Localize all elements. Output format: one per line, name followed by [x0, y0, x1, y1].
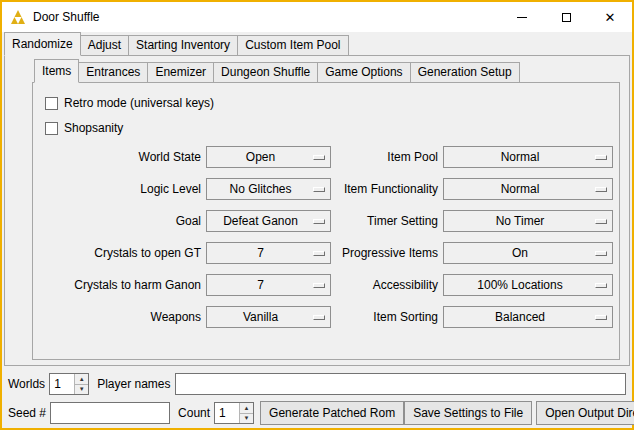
window-content: Randomize Adjust Starting Inventory Cust…	[2, 32, 632, 428]
worlds-spin-down-button[interactable]: ▼	[75, 384, 88, 395]
inner-tab-bar: Items Entrances Enemizer Dungeon Shuffle…	[32, 59, 629, 82]
worlds-spin-arrows: ▲ ▼	[74, 374, 88, 394]
worlds-row: Worlds ▲ ▼ Player names	[5, 371, 629, 397]
progressive-items-value: On	[512, 246, 528, 260]
dropdown-indicator-icon	[313, 315, 325, 320]
app-icon	[10, 9, 26, 25]
dropdown-indicator-icon	[595, 283, 607, 288]
world-state-value: Open	[246, 150, 275, 164]
worlds-spin-up-button[interactable]: ▲	[75, 374, 88, 384]
open-output-directory-button[interactable]: Open Output Directory	[536, 401, 634, 425]
tab-starting-inventory[interactable]: Starting Inventory	[128, 35, 238, 55]
progressive-items-label: Progressive Items	[336, 242, 438, 264]
item-sorting-value: Balanced	[495, 310, 545, 324]
item-functionality-value: Normal	[501, 182, 540, 196]
crystals-open-gt-label: Crystals to open GT	[43, 242, 201, 264]
item-sorting-label: Item Sorting	[336, 306, 438, 328]
maximize-icon	[562, 13, 571, 22]
generate-patched-rom-button[interactable]: Generate Patched Rom	[260, 401, 404, 425]
minimize-icon	[517, 17, 527, 18]
count-spinbox[interactable]: ▲ ▼	[214, 402, 254, 424]
worlds-label: Worlds	[8, 377, 45, 391]
count-spin-arrows: ▲ ▼	[239, 403, 253, 423]
accessibility-value: 100% Locations	[477, 278, 562, 292]
tab-game-options[interactable]: Game Options	[317, 62, 410, 82]
dropdown-indicator-icon	[595, 187, 607, 192]
item-pool-label: Item Pool	[336, 146, 438, 168]
shopsanity-checkbox-row[interactable]: Shopsanity	[45, 118, 619, 138]
item-sorting-dropdown[interactable]: Balanced	[443, 306, 613, 328]
close-button[interactable]: ✕	[588, 2, 632, 32]
dropdown-indicator-icon	[313, 219, 325, 224]
dropdown-indicator-icon	[313, 251, 325, 256]
world-state-dropdown[interactable]: Open	[206, 146, 331, 168]
shopsanity-checkbox[interactable]	[45, 122, 58, 135]
goal-dropdown[interactable]: Defeat Ganon	[206, 210, 331, 232]
shopsanity-label: Shopsanity	[64, 121, 123, 135]
tab-enemizer[interactable]: Enemizer	[147, 62, 214, 82]
spin-up-icon: ▲	[244, 405, 250, 411]
worlds-spinbox[interactable]: ▲ ▼	[49, 373, 89, 395]
tab-entrances[interactable]: Entrances	[78, 62, 148, 82]
count-spin-down-button[interactable]: ▼	[240, 413, 253, 424]
player-names-label: Player names	[97, 377, 170, 391]
progressive-items-dropdown[interactable]: On	[443, 242, 613, 264]
count-label: Count	[178, 406, 210, 420]
dropdown-indicator-icon	[595, 251, 607, 256]
logic-level-value: No Glitches	[229, 182, 291, 196]
weapons-dropdown[interactable]: Vanilla	[206, 306, 331, 328]
tab-items[interactable]: Items	[34, 59, 79, 83]
maximize-button[interactable]	[544, 2, 588, 32]
tab-generation-setup[interactable]: Generation Setup	[410, 62, 520, 82]
item-pool-value: Normal	[501, 150, 540, 164]
window-title: Door Shuffle	[33, 10, 100, 24]
retro-mode-checkbox-row[interactable]: Retro mode (universal keys)	[45, 93, 619, 113]
dropdown-indicator-icon	[595, 315, 607, 320]
close-icon: ✕	[605, 11, 616, 24]
settings-grid: World State Open Item Pool Normal Logic …	[43, 146, 619, 328]
tab-dungeon-shuffle[interactable]: Dungeon Shuffle	[213, 62, 318, 82]
window-controls: ✕	[500, 2, 632, 32]
outer-tab-bar: Randomize Adjust Starting Inventory Cust…	[2, 32, 632, 55]
dropdown-indicator-icon	[313, 155, 325, 160]
item-pool-dropdown[interactable]: Normal	[443, 146, 613, 168]
crystals-harm-ganon-value: 7	[257, 278, 264, 292]
player-names-input[interactable]	[175, 373, 627, 395]
spin-down-icon: ▼	[244, 415, 250, 421]
seed-input[interactable]	[50, 402, 170, 424]
accessibility-dropdown[interactable]: 100% Locations	[443, 274, 613, 296]
goal-value: Defeat Ganon	[223, 214, 298, 228]
items-pane: Retro mode (universal keys) Shopsanity W…	[32, 82, 620, 360]
crystals-harm-ganon-label: Crystals to harm Ganon	[43, 274, 201, 296]
spin-down-icon: ▼	[79, 386, 85, 392]
tab-custom-item-pool[interactable]: Custom Item Pool	[237, 35, 348, 55]
timer-setting-dropdown[interactable]: No Timer	[443, 210, 613, 232]
logic-level-label: Logic Level	[43, 178, 201, 200]
spin-up-icon: ▲	[79, 376, 85, 382]
item-functionality-dropdown[interactable]: Normal	[443, 178, 613, 200]
item-functionality-label: Item Functionality	[336, 178, 438, 200]
count-spin-input[interactable]	[215, 403, 239, 423]
inner-notebook: Items Entrances Enemizer Dungeon Shuffle…	[32, 59, 629, 360]
door-shuffle-window: Door Shuffle ✕ Randomize Adjust Starting…	[0, 0, 634, 430]
count-spin-up-button[interactable]: ▲	[240, 403, 253, 413]
tab-adjust[interactable]: Adjust	[80, 35, 129, 55]
weapons-label: Weapons	[43, 306, 201, 328]
tab-randomize[interactable]: Randomize	[4, 32, 81, 56]
retro-mode-checkbox[interactable]	[45, 97, 58, 110]
randomize-pane: Items Entrances Enemizer Dungeon Shuffle…	[4, 55, 630, 366]
crystals-open-gt-dropdown[interactable]: 7	[206, 242, 331, 264]
crystals-open-gt-value: 7	[257, 246, 264, 260]
crystals-harm-ganon-dropdown[interactable]: 7	[206, 274, 331, 296]
seed-row: Seed # Count ▲ ▼ Generate Patched Rom Sa…	[5, 400, 629, 426]
accessibility-label: Accessibility	[336, 274, 438, 296]
worlds-spin-input[interactable]	[50, 374, 74, 394]
timer-setting-value: No Timer	[496, 214, 545, 228]
dropdown-indicator-icon	[313, 187, 325, 192]
minimize-button[interactable]	[500, 2, 544, 32]
titlebar[interactable]: Door Shuffle ✕	[2, 2, 632, 32]
save-settings-button[interactable]: Save Settings to File	[404, 401, 532, 425]
logic-level-dropdown[interactable]: No Glitches	[206, 178, 331, 200]
weapons-value: Vanilla	[243, 310, 278, 324]
retro-mode-label: Retro mode (universal keys)	[64, 96, 214, 110]
